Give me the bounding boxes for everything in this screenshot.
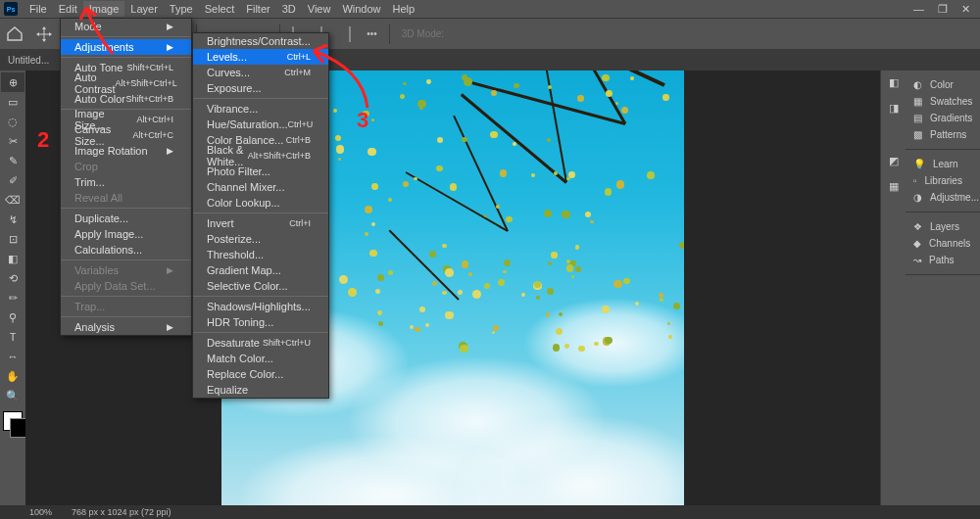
menu-edit[interactable]: Edit [53, 1, 83, 17]
menuitem-shadows-highlights-[interactable]: Shadows/Highlights... [193, 299, 328, 314]
learn-icon: 💡 [913, 159, 925, 169]
swatches-icon: ▦ [913, 96, 922, 107]
menu-layer[interactable]: Layer [124, 1, 164, 17]
tool-1[interactable]: ▭ [1, 92, 24, 112]
menu-image[interactable]: Image [83, 1, 125, 17]
tool-3[interactable]: ✂ [1, 131, 24, 151]
menuitem-hue-saturation-[interactable]: Hue/Saturation...Ctrl+U [193, 117, 328, 132]
tool-11[interactable]: ✏ [1, 288, 24, 307]
tool-16[interactable]: 🔍 [1, 386, 24, 405]
panel-swatches[interactable]: ▦Swatches [906, 93, 980, 110]
menuitem-curves-[interactable]: Curves...Ctrl+M [193, 65, 328, 80]
tool-7[interactable]: ↯ [1, 210, 24, 229]
menuitem-image-rotation[interactable]: Image Rotation▶ [61, 143, 191, 159]
menuitem-calculations-[interactable]: Calculations... [61, 242, 191, 258]
menuitem-equalize[interactable]: Equalize [193, 382, 328, 398]
menuitem-vibrance-[interactable]: Vibrance... [193, 101, 328, 117]
tool-15[interactable]: ✋ [1, 366, 24, 386]
menu-view[interactable]: View [302, 1, 337, 17]
window-close-icon[interactable]: ✕ [961, 3, 970, 16]
menu-filter[interactable]: Filter [240, 1, 275, 17]
panel-adjustme[interactable]: ◑Adjustme... [906, 189, 980, 206]
menuitem-posterize-[interactable]: Posterize... [193, 231, 328, 247]
menuitem-trap-[interactable]: Trap... [61, 299, 191, 314]
menuitem-mode[interactable]: Mode▶ [61, 19, 191, 34]
panel-color[interactable]: ◐Color [906, 76, 980, 93]
panel-collapse-icon[interactable]: ◩ [885, 155, 903, 172]
doc-dimensions: 768 px x 1024 px (72 ppi) [72, 507, 172, 517]
panel-paths[interactable]: ↝Paths [906, 252, 980, 268]
menuitem-match-color-[interactable]: Match Color... [193, 351, 328, 366]
menu-3d[interactable]: 3D [276, 1, 302, 17]
menu-file[interactable]: File [24, 1, 53, 17]
channels-icon: ◆ [913, 238, 921, 249]
panel-learn[interactable]: 💡Learn [906, 156, 980, 172]
menuitem-photo-filter-[interactable]: Photo Filter... [193, 164, 328, 179]
menuitem-gradient-map-[interactable]: Gradient Map... [193, 262, 328, 278]
menuitem-auto-contrast[interactable]: Auto ContrastAlt+Shift+Ctrl+L [61, 75, 191, 91]
window-restore-icon[interactable]: ❐ [938, 3, 948, 16]
panel-gradients[interactable]: ▤Gradients [906, 110, 980, 126]
menuitem-invert[interactable]: InvertCtrl+I [193, 215, 328, 231]
panel-layers[interactable]: ❖Layers [906, 218, 980, 235]
status-bar: 100% 768 px x 1024 px (72 ppi) [0, 505, 980, 519]
menuitem-auto-color[interactable]: Auto ColorShift+Ctrl+B [61, 91, 191, 107]
menuitem-brightness-contrast-[interactable]: Brightness/Contrast... [193, 33, 328, 49]
tool-4[interactable]: ✎ [1, 151, 24, 170]
panel-collapse-icon[interactable]: ◧ [885, 76, 903, 94]
tool-2[interactable]: ◌ [1, 112, 24, 131]
distribute-icon[interactable] [335, 26, 351, 42]
menu-help[interactable]: Help [387, 1, 421, 17]
menuitem-canvas-size-[interactable]: Canvas Size...Alt+Ctrl+C [61, 127, 191, 143]
menu-select[interactable]: Select [199, 1, 241, 17]
tool-9[interactable]: ◧ [1, 249, 24, 268]
tool-5[interactable]: ✐ [1, 170, 24, 190]
menuitem-hdr-toning-[interactable]: HDR Toning... [193, 314, 328, 330]
3dmode-label: 3D Mode: [402, 28, 444, 39]
menuitem-apply-data-set-[interactable]: Apply Data Set... [61, 278, 191, 294]
menuitem-color-lookup-[interactable]: Color Lookup... [193, 195, 328, 211]
menuitem-duplicate-[interactable]: Duplicate... [61, 211, 191, 226]
panel-libraries[interactable]: ▫Libraries [906, 172, 980, 189]
tool-6[interactable]: ⌫ [1, 190, 24, 210]
panel-patterns[interactable]: ▩Patterns [906, 126, 980, 143]
menuitem-black-white-[interactable]: Black & White...Alt+Shift+Ctrl+B [193, 148, 328, 164]
window-minimize-icon[interactable]: — [913, 3, 924, 16]
layers-icon: ❖ [913, 221, 922, 232]
panel-channels[interactable]: ◆Channels [906, 235, 980, 252]
menuitem-selective-color-[interactable]: Selective Color... [193, 278, 328, 294]
menuitem-reveal-all[interactable]: Reveal All [61, 190, 191, 206]
tool-0[interactable]: ⊕ [1, 72, 24, 92]
menuitem-replace-color-[interactable]: Replace Color... [193, 366, 328, 382]
move-tool-icon[interactable] [35, 25, 55, 43]
menuitem-crop[interactable]: Crop [61, 159, 191, 174]
menu-type[interactable]: Type [164, 1, 199, 17]
menuitem-trim-[interactable]: Trim... [61, 174, 191, 190]
menuitem-adjustments[interactable]: Adjustments▶ [61, 39, 191, 55]
color-icon: ◐ [913, 79, 922, 90]
right-panels: ◐Color▦Swatches▤Gradients▩Patterns💡Learn… [906, 71, 980, 505]
tool-13[interactable]: T [1, 327, 24, 347]
color-swatch[interactable] [3, 411, 23, 431]
menuitem-threshold-[interactable]: Threshold... [193, 247, 328, 262]
panel-collapse-icon[interactable]: ▦ [885, 180, 903, 198]
adjustme...-icon: ◑ [913, 192, 922, 203]
tool-10[interactable]: ⟲ [1, 268, 24, 288]
document-tab[interactable]: Untitled... [8, 55, 49, 66]
tool-14[interactable]: ↔ [1, 347, 24, 366]
menuitem-variables[interactable]: Variables▶ [61, 262, 191, 278]
menubar: Ps FileEditImageLayerTypeSelectFilter3DV… [0, 0, 980, 18]
panel-collapse-icon[interactable]: ◨ [885, 102, 903, 119]
home-icon[interactable] [6, 25, 25, 43]
zoom-level[interactable]: 100% [29, 507, 52, 517]
menuitem-analysis[interactable]: Analysis▶ [61, 319, 191, 335]
menuitem-apply-image-[interactable]: Apply Image... [61, 226, 191, 242]
menuitem-desaturate[interactable]: DesaturateShift+Ctrl+U [193, 335, 328, 351]
tool-12[interactable]: ⚲ [1, 307, 24, 327]
menu-window[interactable]: Window [336, 1, 386, 17]
menuitem-exposure-[interactable]: Exposure... [193, 80, 328, 96]
menuitem-levels-[interactable]: Levels...Ctrl+L [193, 49, 328, 65]
paths-icon: ↝ [913, 255, 921, 265]
menuitem-channel-mixer-[interactable]: Channel Mixer... [193, 179, 328, 195]
tool-8[interactable]: ⊡ [1, 229, 24, 249]
